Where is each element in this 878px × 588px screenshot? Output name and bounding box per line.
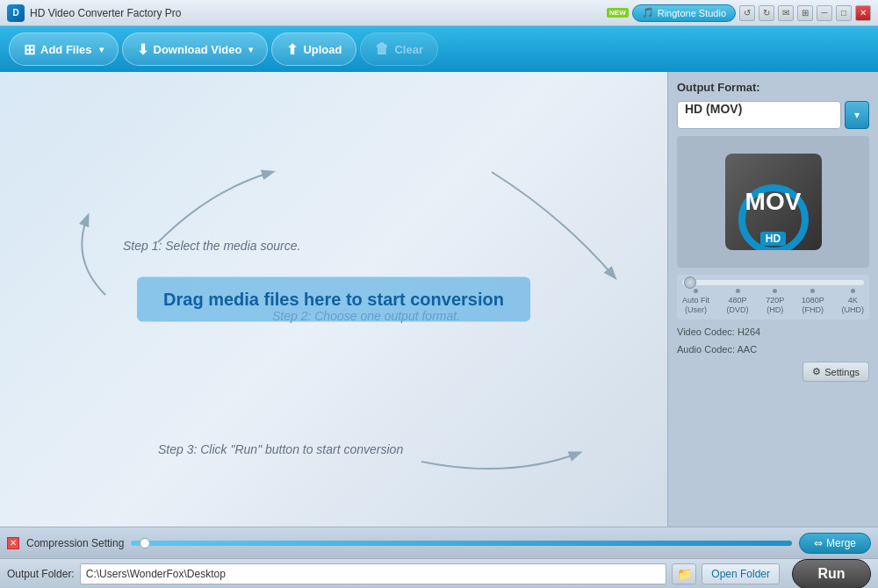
format-dropdown-button[interactable]: ▾ <box>845 101 869 129</box>
minimize-button[interactable]: ─ <box>817 5 832 21</box>
ringtone-studio-button[interactable]: 🎵 Ringtone Studio <box>632 4 736 22</box>
folder-bar: Output Folder: 📁 Open Folder Run <box>0 558 878 588</box>
open-folder-button[interactable]: Open Folder <box>702 563 780 584</box>
audio-codec-info: Audio Codec: AAC <box>677 344 869 355</box>
upload-icon: ⬆ <box>286 41 298 58</box>
resolution-section: Auto Fit (User) 480P (DVD) 720P (HD) 108… <box>677 275 869 319</box>
title-bar-right: NEW 🎵 Ringtone Studio ↺ ↻ ✉ ⊞ ─ □ ✕ <box>607 4 871 22</box>
add-files-button[interactable]: ⊞ Add Files ▾ <box>9 32 119 66</box>
upload-button[interactable]: ⬆ Upload <box>271 32 356 66</box>
format-preview: MOV HD <box>677 136 869 268</box>
compression-slider-thumb[interactable] <box>140 538 150 549</box>
settings-gear-icon: ⚙ <box>812 366 821 377</box>
download-video-button[interactable]: ⬇ Download Video ▾ <box>122 32 269 66</box>
compression-checkbox[interactable]: ✕ <box>7 537 19 549</box>
mov-text: MOV <box>745 188 802 216</box>
undo-button[interactable]: ↺ <box>739 5 755 21</box>
format-select-row: HD (MOV) ▾ <box>677 101 869 129</box>
app-title: HD Video Converter Factory Pro <box>30 7 182 19</box>
maximize-button[interactable]: □ <box>836 5 852 21</box>
drag-drop-text[interactable]: Drag media files here to start conversio… <box>137 277 530 322</box>
title-bar-left: D HD Video Converter Factory Pro <box>7 4 182 22</box>
close-button[interactable]: ✕ <box>855 5 871 21</box>
toolbar: ⊞ Add Files ▾ ⬇ Download Video ▾ ⬆ Uploa… <box>0 26 878 72</box>
redo-button[interactable]: ↻ <box>759 5 774 21</box>
browse-folder-button[interactable]: 📁 <box>672 563 696 584</box>
right-panel: Output Format: HD (MOV) ▾ MOV HD Auto Fi… <box>667 72 878 527</box>
video-codec-info: Video Codec: H264 <box>677 326 869 337</box>
format-select[interactable]: HD (MOV) <box>677 101 841 129</box>
compression-label: Compression Setting <box>26 537 124 549</box>
logo-text: D <box>12 8 18 18</box>
add-files-icon: ⊞ <box>24 41 35 58</box>
app-logo: D <box>7 4 25 22</box>
run-btn-wrapper: Run <box>792 559 871 589</box>
new-badge: NEW <box>607 8 629 18</box>
ringtone-icon: 🎵 <box>642 7 654 18</box>
clear-icon: 🗑 <box>375 41 389 57</box>
mov-hd-badge: HD <box>760 232 786 246</box>
mov-format-icon: MOV HD <box>725 154 822 250</box>
res-label-720p: 720P (HD) <box>766 289 784 314</box>
compression-slider[interactable] <box>131 541 792 546</box>
compression-bar: ✕ Compression Setting ⇔ Merge <box>0 527 878 558</box>
folder-path-input[interactable] <box>80 563 667 584</box>
download-dropdown-arrow[interactable]: ▾ <box>248 45 253 54</box>
message-button[interactable]: ✉ <box>778 5 794 21</box>
title-bar: D HD Video Converter Factory Pro NEW 🎵 R… <box>0 0 878 26</box>
res-label-autofit: Auto Fit (User) <box>682 289 709 314</box>
clear-button[interactable]: 🗑 Clear <box>360 32 438 66</box>
drop-zone[interactable]: Step 1: Select the media source. Step 2:… <box>0 72 667 527</box>
add-files-dropdown-arrow[interactable]: ▾ <box>99 45 104 54</box>
settings-button[interactable]: ⚙ Settings <box>802 362 869 382</box>
res-label-4k: 4K (UHD) <box>841 289 864 314</box>
grid-button[interactable]: ⊞ <box>797 5 813 21</box>
folder-label: Output Folder: <box>7 568 75 580</box>
run-button[interactable]: Run <box>792 559 871 589</box>
resolution-labels: Auto Fit (User) 480P (DVD) 720P (HD) 108… <box>682 289 864 314</box>
output-format-label: Output Format: <box>677 81 869 94</box>
step3-text: Step 3: Click "Run" button to start conv… <box>158 442 403 456</box>
resolution-slider-thumb[interactable] <box>684 276 696 289</box>
main-area: Step 1: Select the media source. Step 2:… <box>0 72 878 527</box>
merge-icon: ⇔ <box>814 537 823 549</box>
folder-browse-icon: 📁 <box>677 567 692 581</box>
res-label-1080p: 1080P (FHD) <box>802 289 824 314</box>
merge-button[interactable]: ⇔ Merge <box>799 533 871 554</box>
download-icon: ⬇ <box>137 41 148 58</box>
res-label-480p: 480P (DVD) <box>727 289 749 314</box>
resolution-slider-track[interactable] <box>682 280 864 285</box>
step1-text: Step 1: Select the media source. <box>123 239 300 253</box>
